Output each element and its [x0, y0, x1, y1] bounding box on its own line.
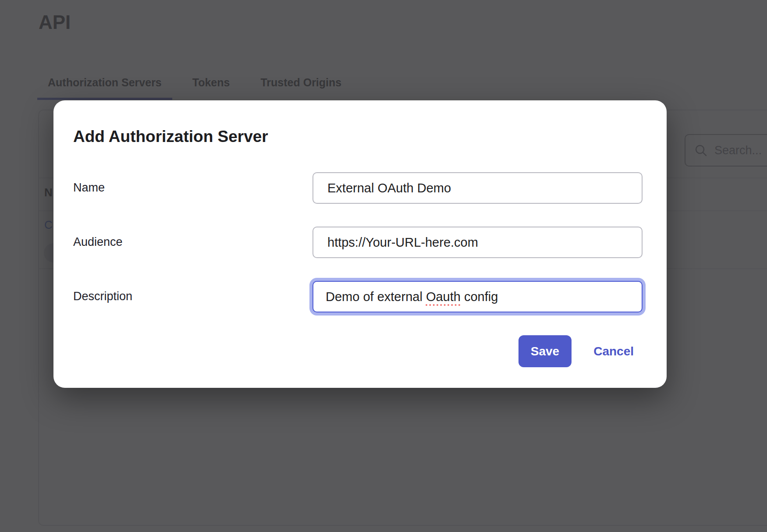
- audience-input[interactable]: [312, 227, 643, 258]
- description-text-before: Demo of external: [326, 290, 426, 304]
- description-text-after: config: [461, 290, 498, 304]
- audience-field-row: Audience: [73, 227, 643, 258]
- name-label: Name: [73, 172, 312, 195]
- name-field-row: Name: [73, 172, 643, 204]
- modal-title: Add Authorization Server: [73, 128, 643, 146]
- description-input[interactable]: Demo of external Oauth config: [312, 281, 643, 312]
- screen: API Authorization Servers Tokens Trusted…: [0, 0, 767, 532]
- name-input[interactable]: [312, 172, 643, 204]
- description-field-row: Description Demo of external Oauth confi…: [73, 281, 643, 312]
- cancel-button[interactable]: Cancel: [593, 344, 634, 358]
- save-button[interactable]: Save: [518, 335, 572, 367]
- description-misspelled-word: Oauth: [426, 290, 461, 304]
- description-label: Description: [73, 281, 312, 303]
- audience-label: Audience: [73, 227, 312, 249]
- add-authorization-server-modal: Add Authorization Server Name Audience D…: [53, 100, 667, 388]
- modal-button-row: Save Cancel: [73, 335, 643, 367]
